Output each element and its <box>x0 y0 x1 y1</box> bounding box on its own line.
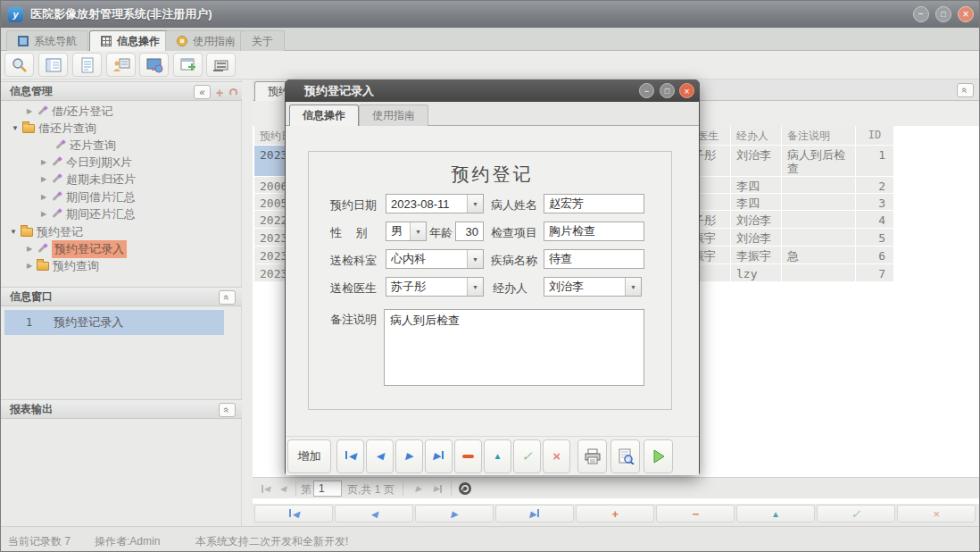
remark-textarea[interactable]: 病人到后检查 <box>384 309 644 386</box>
cell-remark[interactable]: 病人到后检查 <box>782 146 855 176</box>
tab-system-nav[interactable]: 系统导航 <box>6 30 88 51</box>
add-record-button[interactable]: + <box>576 505 654 523</box>
card-reader-button[interactable] <box>206 53 236 77</box>
tree-item-appointment-entry[interactable]: 预约登记录入 <box>1 240 233 257</box>
search-button[interactable] <box>4 53 34 77</box>
cell-agent[interactable]: 李四 <box>731 177 781 193</box>
cell-id[interactable]: 1 <box>856 146 893 176</box>
next-page-icon[interactable] <box>411 481 426 496</box>
patient-name-input[interactable]: 赵宏芳 <box>544 194 644 213</box>
expander-icon[interactable] <box>38 193 49 201</box>
col-header-remark[interactable]: 备注说明 <box>782 126 855 145</box>
confirm-record-button[interactable]: ✓ <box>817 505 895 523</box>
prev-record-button[interactable] <box>335 505 413 523</box>
cell-id[interactable]: 7 <box>856 264 893 281</box>
col-header-id[interactable]: ID <box>856 126 893 145</box>
maximize-icon[interactable] <box>935 6 951 22</box>
cancel-button[interactable] <box>543 439 570 473</box>
age-input[interactable]: 30 <box>455 222 484 241</box>
edit-button[interactable] <box>484 439 511 473</box>
cancel-record-button[interactable]: × <box>897 505 976 523</box>
last-record-button[interactable] <box>495 505 574 523</box>
page-number-input[interactable] <box>313 481 342 497</box>
cell-remark[interactable] <box>782 211 855 228</box>
cell-agent[interactable]: 刘治李 <box>731 211 781 228</box>
cell-id[interactable]: 6 <box>856 247 893 263</box>
gender-combo[interactable]: 男 <box>386 222 427 241</box>
tree-item-return-query[interactable]: 还片查询 <box>1 137 233 154</box>
tree-item-appointment-query[interactable]: 预约查询 <box>1 257 233 274</box>
tree-item-borrow-return-reg[interactable]: 借/还片登记 <box>1 103 233 120</box>
cell-remark[interactable] <box>782 264 855 281</box>
add-button[interactable]: 增加 <box>287 439 331 473</box>
collapse-left-icon[interactable] <box>194 85 211 99</box>
form-list-button[interactable] <box>38 53 68 77</box>
chevron-down-icon[interactable] <box>467 195 483 213</box>
last-button[interactable] <box>425 439 453 473</box>
prev-page-icon[interactable] <box>276 481 290 496</box>
last-page-icon[interactable] <box>431 481 445 496</box>
collapse-up-icon[interactable] <box>219 290 236 305</box>
chevron-down-icon[interactable] <box>625 278 641 296</box>
tree-item-appointment-reg[interactable]: 预约登记 <box>1 223 233 240</box>
collapse-up-icon[interactable] <box>219 403 236 417</box>
expander-icon[interactable] <box>10 124 21 132</box>
cell-remark[interactable] <box>782 229 855 246</box>
post-button[interactable] <box>513 439 541 473</box>
cell-remark[interactable]: 急 <box>782 247 855 263</box>
window-titlebar[interactable]: y 医院影像放射管理系统(非注册用户) <box>1 1 980 28</box>
first-record-button[interactable] <box>254 505 333 523</box>
dialog-tab-info-operation[interactable]: 信息操作 <box>289 105 359 126</box>
chevron-down-icon[interactable] <box>467 250 483 268</box>
minimize-icon[interactable] <box>913 6 929 22</box>
cell-remark[interactable] <box>782 194 855 210</box>
tree-item-overdue[interactable]: 超期未归还片 <box>1 171 233 188</box>
expander-icon[interactable] <box>38 158 49 166</box>
expander-icon[interactable] <box>38 210 49 218</box>
expander-icon[interactable] <box>8 228 19 236</box>
expander-icon[interactable] <box>24 245 35 253</box>
delete-record-button[interactable]: − <box>656 505 735 523</box>
close-icon[interactable] <box>958 6 974 22</box>
cell-id[interactable]: 4 <box>856 211 893 228</box>
cell-id[interactable]: 5 <box>856 229 893 246</box>
dept-combo[interactable]: 心内科 <box>386 249 484 269</box>
cell-agent[interactable]: 李四 <box>731 194 781 210</box>
cell-agent[interactable]: 刘治李 <box>731 146 781 176</box>
prev-button[interactable] <box>366 439 394 473</box>
dialog-titlebar[interactable]: 预约登记录入 <box>285 79 700 102</box>
col-header-agent[interactable]: 经办人 <box>731 126 781 145</box>
tab-about[interactable]: 关于 <box>240 30 285 51</box>
check-item-input[interactable]: 胸片检查 <box>544 222 644 241</box>
first-page-icon[interactable] <box>258 481 272 496</box>
cell-id[interactable]: 3 <box>856 194 893 210</box>
expander-icon[interactable] <box>24 107 35 115</box>
cell-agent[interactable]: 李振宇 <box>731 247 781 263</box>
cell-id[interactable]: 2 <box>856 177 893 193</box>
monitor-button[interactable] <box>139 53 169 77</box>
cell-agent[interactable]: 刘治李 <box>731 229 781 246</box>
disease-input[interactable]: 待查 <box>544 249 644 269</box>
dialog-close-icon[interactable] <box>679 83 694 98</box>
tree-item-due-today[interactable]: 今日到期X片 <box>1 154 233 171</box>
tab-info-operation[interactable]: 信息操作 <box>89 30 171 51</box>
run-button[interactable] <box>644 439 673 473</box>
edit-record-button[interactable]: ▲ <box>736 505 815 523</box>
next-record-button[interactable] <box>415 505 494 523</box>
user-report-button[interactable] <box>106 53 136 77</box>
cell-remark[interactable] <box>782 177 855 193</box>
cell-agent[interactable]: lzy <box>731 264 781 281</box>
refresh-icon[interactable] <box>229 88 237 96</box>
refresh-icon[interactable] <box>458 481 472 496</box>
info-window-item[interactable]: 1 预约登记录入 <box>4 310 224 335</box>
tab-user-guide[interactable]: 使用指南 <box>165 30 247 51</box>
appoint-date-combo[interactable]: 2023-08-11 <box>386 194 484 213</box>
doctor-combo[interactable]: 苏子彤 <box>386 277 484 297</box>
first-button[interactable] <box>336 439 364 473</box>
dialog-tab-user-guide[interactable]: 使用指南 <box>359 105 428 126</box>
collapse-up-icon[interactable] <box>957 83 974 97</box>
next-button[interactable] <box>395 439 423 473</box>
expander-icon[interactable] <box>38 175 49 183</box>
dialog-maximize-icon[interactable] <box>660 83 675 98</box>
tree-item-period-return[interactable]: 期间还片汇总 <box>1 205 233 222</box>
